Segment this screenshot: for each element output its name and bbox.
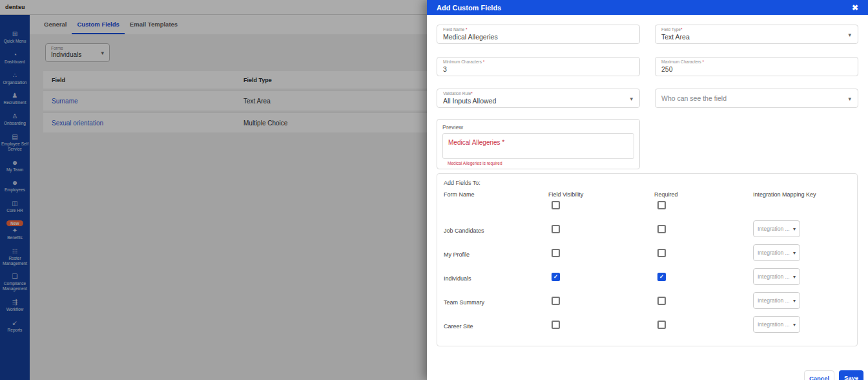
- column-header-integration-mapping-key: Integration Mapping Key: [753, 191, 816, 198]
- minimum-characters-label: Minimum Characters *: [443, 59, 634, 64]
- add-custom-fields-modal: Add Custom Fields ✖ Field Name * Medical…: [427, 0, 868, 380]
- app-window: dentsu ⊞ Quick Menu ◔ Dashboard ∴ Organi…: [0, 0, 868, 380]
- required-checkbox[interactable]: ✓: [657, 201, 666, 209]
- required-asterisk: *: [483, 59, 485, 64]
- validation-rule-label: Validation Rule*: [443, 91, 634, 96]
- field-type-select[interactable]: Field Type* Text Area ▾: [655, 25, 858, 44]
- modal-title: Add Custom Fields: [437, 4, 501, 12]
- field-type-label: Field Type*: [661, 27, 852, 32]
- add-fields-to-panel: Add Fields To: Form Name Field Visibilit…: [437, 173, 858, 346]
- check-icon: ✓: [553, 274, 559, 280]
- chevron-down-icon: ▾: [793, 274, 796, 280]
- cancel-button[interactable]: Cancel: [804, 370, 834, 380]
- chevron-down-icon: ▾: [793, 322, 796, 328]
- required-asterisk: *: [466, 27, 468, 32]
- column-header-required: Required: [654, 191, 678, 198]
- required-checkbox[interactable]: ✓: [657, 225, 666, 233]
- chevron-down-icon: ▾: [848, 96, 851, 102]
- chevron-down-icon: ▾: [793, 226, 796, 232]
- chevron-down-icon: ▾: [848, 32, 851, 38]
- integration-placeholder: Integration ...: [758, 273, 791, 280]
- preview-error-text: Medical Allegeries is required: [448, 161, 502, 165]
- form-name: Career Site: [444, 323, 541, 330]
- form-name: Individuals: [444, 275, 541, 282]
- chevron-down-icon: ▾: [793, 298, 796, 304]
- field-name-label: Field Name *: [443, 27, 634, 32]
- field-visibility-checkbox[interactable]: ✓: [552, 297, 560, 305]
- field-name-value: Medical Allegeries: [443, 33, 634, 41]
- column-header-field-visibility: Field Visibility: [548, 191, 583, 198]
- who-can-see-placeholder: Who can see the field: [661, 94, 727, 102]
- form-row-job-candidates: Job Candidates ✓ ✓ Integration ...▾: [437, 225, 857, 244]
- form-name: My Profile: [444, 251, 541, 258]
- maximum-characters-label: Maximum Characters *: [661, 59, 852, 64]
- field-visibility-checkbox[interactable]: ✓: [552, 273, 560, 281]
- form-row-career-site: Career Site ✓ ✓ Integration ...▾: [437, 321, 857, 340]
- column-header-form-name: Form Name: [444, 191, 475, 198]
- minimum-characters-input[interactable]: Minimum Characters * 3: [437, 57, 640, 76]
- integration-placeholder: Integration ...: [758, 321, 791, 328]
- required-asterisk: *: [703, 59, 705, 64]
- maximum-characters-input[interactable]: Maximum Characters * 250: [655, 57, 858, 76]
- integration-placeholder: Integration ...: [758, 297, 791, 304]
- add-fields-to-title: Add Fields To:: [444, 180, 480, 186]
- required-checkbox[interactable]: ✓: [657, 249, 666, 257]
- who-can-see-select[interactable]: Who can see the field ▾: [655, 89, 858, 108]
- preview-panel: Preview Medical Allegeries * Medical All…: [437, 119, 640, 169]
- integration-placeholder: Integration ...: [758, 249, 791, 256]
- maximum-characters-value: 250: [661, 65, 852, 73]
- integration-mapping-select[interactable]: Integration ...▾: [753, 292, 800, 309]
- form-name: Job Candidates: [444, 227, 541, 234]
- validation-rule-value: All Inputs Allowed: [443, 97, 634, 105]
- chevron-down-icon: ▾: [630, 96, 633, 102]
- integration-mapping-select[interactable]: Integration ...▾: [753, 268, 800, 285]
- chevron-down-icon: ▾: [793, 250, 796, 256]
- integration-mapping-select[interactable]: Integration ...▾: [753, 316, 800, 333]
- preview-field-label: Medical Allegeries *: [448, 139, 504, 146]
- required-checkbox[interactable]: ✓: [657, 273, 666, 281]
- form-row-my-profile: My Profile ✓ ✓ Integration ...▾: [437, 249, 857, 268]
- integration-mapping-select[interactable]: Integration ...▾: [753, 220, 800, 237]
- preview-field[interactable]: Medical Allegeries *: [442, 133, 634, 159]
- check-icon: ✓: [659, 274, 665, 280]
- minimum-characters-value: 3: [443, 65, 634, 73]
- field-visibility-checkbox[interactable]: ✓: [552, 201, 560, 209]
- field-type-value: Text Area: [661, 33, 852, 41]
- required-checkbox[interactable]: ✓: [657, 321, 666, 329]
- close-icon[interactable]: ✖: [852, 4, 858, 12]
- integration-placeholder: Integration ...: [758, 226, 791, 232]
- preview-label: Preview: [442, 124, 463, 131]
- form-row-individuals: Individuals ✓ ✓ Integration ...▾: [437, 273, 857, 292]
- validation-rule-select[interactable]: Validation Rule* All Inputs Allowed ▾: [437, 89, 640, 108]
- save-button[interactable]: Save: [839, 370, 863, 380]
- form-name: Team Summary: [444, 299, 541, 306]
- required-checkbox[interactable]: ✓: [657, 297, 666, 305]
- form-row-team-summary: Team Summary ✓ ✓ Integration ...▾: [437, 297, 857, 316]
- field-visibility-checkbox[interactable]: ✓: [552, 249, 560, 257]
- field-visibility-checkbox[interactable]: ✓: [552, 225, 560, 233]
- modal-header: Add Custom Fields ✖: [427, 0, 868, 15]
- field-name-input[interactable]: Field Name * Medical Allegeries: [437, 25, 640, 44]
- form-row: ✓ ✓: [437, 201, 857, 220]
- field-visibility-checkbox[interactable]: ✓: [552, 321, 560, 329]
- required-asterisk: *: [681, 27, 683, 32]
- integration-mapping-select[interactable]: Integration ...▾: [753, 244, 800, 261]
- required-asterisk: *: [471, 91, 473, 96]
